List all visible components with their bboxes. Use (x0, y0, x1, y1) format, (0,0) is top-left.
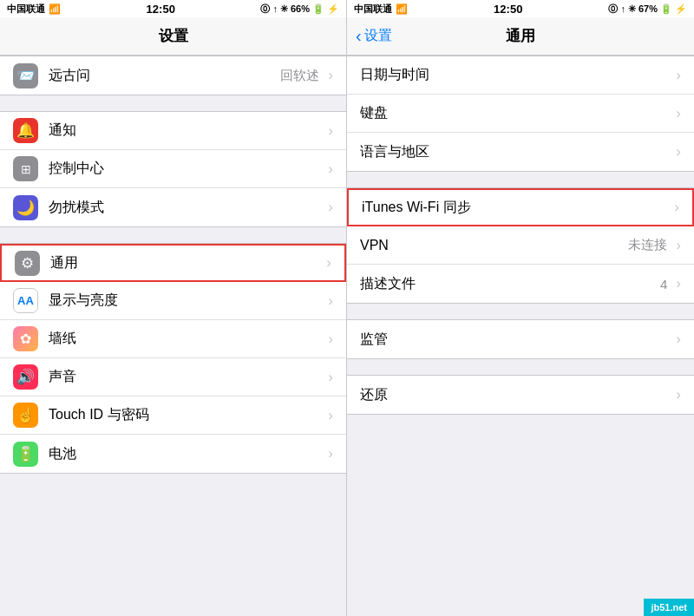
spacer-2 (0, 227, 346, 243)
left-nav-bar: 设置 (0, 17, 346, 56)
right-section-datetime: 日期与时间 › 键盘 › 语言与地区 › (347, 56, 694, 172)
itunes-wifi-label: iTunes Wi-Fi 同步 (362, 199, 671, 217)
general-label: 通用 (50, 254, 323, 272)
left-section-nc: 🔔 通知 › ⊞ 控制中心 › 🌙 勿扰模式 › (0, 111, 346, 227)
battery-chevron-icon: › (328, 445, 333, 462)
general-icon: ⚙ (15, 251, 40, 276)
right-carrier: 中国联通 (354, 3, 392, 16)
recent-label: 远古问 (49, 67, 280, 85)
vpn-value: 未连接 (628, 237, 667, 253)
sidebar-item-battery[interactable]: 🔋 电池 › (0, 435, 346, 473)
notification-label: 通知 (49, 121, 324, 140)
left-wifi-icon: 📶 (49, 3, 61, 15)
right-item-datetime[interactable]: 日期与时间 › (347, 56, 694, 95)
dnd-label: 勿扰模式 (49, 199, 324, 217)
right-time: 12:50 (494, 3, 522, 16)
watermark: jb51.net (644, 599, 694, 616)
recent-value: 回软述 (280, 68, 319, 84)
datetime-chevron-icon: › (676, 67, 681, 84)
sidebar-item-recent[interactable]: 📨 远古问 回软述 › (0, 56, 346, 95)
notification-chevron-icon: › (328, 122, 333, 140)
wallpaper-icon: ✿ (13, 326, 38, 351)
right-charging-icon: ⚡ (675, 3, 687, 15)
right-spacer-3 (347, 359, 694, 375)
touchid-label: Touch ID 与密码 (49, 406, 324, 424)
right-section-reset: 还原 › (347, 375, 694, 415)
profile-value: 4 (660, 277, 667, 292)
sidebar-item-wallpaper[interactable]: ✿ 墙纸 › (0, 320, 346, 358)
sidebar-item-control-center[interactable]: ⊞ 控制中心 › (0, 150, 346, 188)
left-bt2-icon: ✳ (280, 3, 288, 15)
profile-chevron-icon: › (676, 275, 681, 292)
right-wifi-icon: 📶 (396, 3, 408, 15)
right-item-reset[interactable]: 还原 › (347, 376, 694, 414)
left-carrier-info: 中国联通 📶 (7, 3, 61, 16)
left-nav-title: 设置 (159, 26, 188, 46)
left-status-bar: 中国联通 📶 12:50 ⓪ ↑ ✳ 66% 🔋 ⚡ (0, 0, 346, 17)
right-item-vpn[interactable]: VPN 未连接 › (347, 226, 694, 265)
sidebar-item-dnd[interactable]: 🌙 勿扰模式 › (0, 188, 346, 226)
back-chevron-icon: ‹ (356, 26, 362, 46)
language-label: 语言与地区 (360, 143, 672, 161)
itunes-wifi-chevron-icon: › (674, 199, 679, 216)
right-spacer-2 (347, 304, 694, 319)
right-battery-pct: 67% (638, 3, 658, 14)
left-section-general: ⚙ 通用 › AA 显示与亮度 › ✿ 墙纸 › 🔊 声音 › ☝ Touch (0, 243, 346, 474)
left-battery-pct: 66% (291, 3, 310, 14)
back-button[interactable]: ‹ 设置 (356, 26, 392, 46)
recent-icon: 📨 (13, 63, 38, 88)
right-nav-title: 通用 (506, 26, 535, 46)
watermark-text: jb51.net (651, 602, 687, 613)
right-bt-icon: ⓪ (608, 3, 618, 16)
dnd-chevron-icon: › (328, 199, 333, 216)
back-label: 设置 (364, 27, 392, 45)
left-section-recent: 📨 远古问 回软述 › (0, 56, 346, 95)
sidebar-item-general[interactable]: ⚙ 通用 › (0, 244, 346, 282)
left-charging-icon: ⚡ (327, 3, 339, 15)
reset-label: 还原 (360, 386, 672, 404)
right-item-profile[interactable]: 描述文件 4 › (347, 265, 694, 303)
supervision-label: 监管 (360, 331, 672, 349)
left-battery-info: ⓪ ↑ ✳ 66% 🔋 ⚡ (260, 3, 339, 16)
right-item-keyboard[interactable]: 键盘 › (347, 95, 694, 133)
left-battery-icon: 🔋 (312, 3, 324, 15)
keyboard-label: 键盘 (360, 104, 672, 122)
keyboard-chevron-icon: › (676, 105, 681, 122)
right-status-bar: 中国联通 📶 12:50 ⓪ ↑ ✳ 67% 🔋 ⚡ (347, 0, 694, 17)
right-nav-bar: ‹ 设置 通用 (347, 17, 694, 56)
general-chevron-icon: › (326, 254, 331, 272)
wallpaper-label: 墙纸 (49, 330, 324, 348)
touchid-icon: ☝ (13, 403, 38, 428)
notification-icon: 🔔 (13, 118, 38, 143)
right-general-panel: 中国联通 📶 12:50 ⓪ ↑ ✳ 67% 🔋 ⚡ ‹ 设置 通用 (347, 0, 694, 616)
right-item-supervision[interactable]: 监管 › (347, 320, 694, 358)
spacer-1 (0, 95, 346, 111)
sidebar-item-sound[interactable]: 🔊 声音 › (0, 358, 346, 396)
touchid-chevron-icon: › (328, 407, 333, 424)
reset-chevron-icon: › (676, 386, 681, 403)
profile-label: 描述文件 (360, 275, 660, 293)
right-item-itunes-wifi[interactable]: iTunes Wi-Fi 同步 › (347, 188, 694, 226)
recent-chevron-icon: › (328, 67, 333, 84)
left-carrier: 中国联通 (7, 3, 45, 16)
datetime-label: 日期与时间 (360, 66, 672, 84)
sound-chevron-icon: › (328, 369, 333, 386)
right-item-language[interactable]: 语言与地区 › (347, 133, 694, 171)
vpn-label: VPN (360, 238, 628, 253)
wallpaper-chevron-icon: › (328, 331, 333, 348)
left-bt-icon: ⓪ (260, 3, 270, 16)
right-section-supervision: 监管 › (347, 319, 694, 359)
dnd-icon: 🌙 (13, 195, 38, 220)
right-carrier-info: 中国联通 📶 (354, 3, 408, 16)
sidebar-item-notification[interactable]: 🔔 通知 › (0, 112, 346, 150)
right-arrow-icon: ↑ (620, 3, 625, 14)
control-center-chevron-icon: › (328, 161, 333, 178)
display-icon: AA (13, 288, 38, 313)
control-center-label: 控制中心 (49, 160, 324, 178)
sidebar-item-display[interactable]: AA 显示与亮度 › (0, 282, 346, 320)
control-center-icon: ⊞ (13, 156, 38, 181)
battery-label: 电池 (49, 445, 324, 463)
left-time: 12:50 (147, 3, 175, 16)
left-arrow-icon: ↑ (272, 3, 278, 14)
sidebar-item-touchid[interactable]: ☝ Touch ID 与密码 › (0, 396, 346, 435)
